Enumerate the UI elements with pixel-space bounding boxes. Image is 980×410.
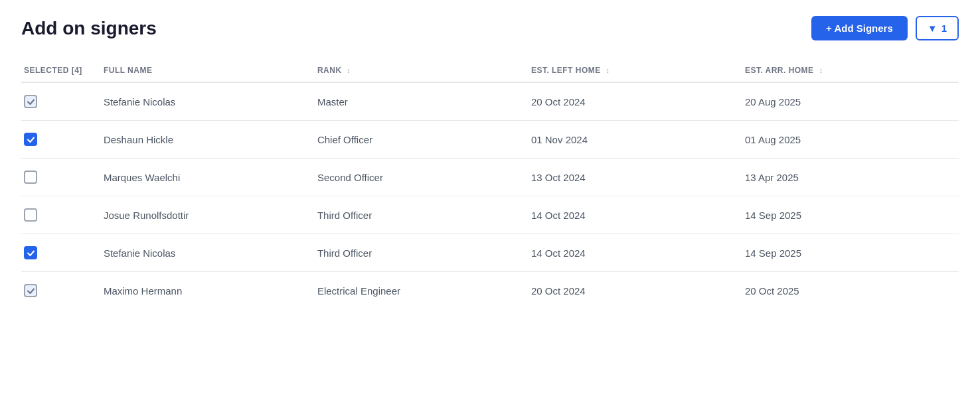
cell-est-left-home: 20 Oct 2024 — [531, 82, 745, 121]
est-arr-home-sort-icon: ↕ — [819, 66, 823, 74]
cell-est-left-home: 13 Oct 2024 — [531, 159, 745, 196]
row-checkbox[interactable] — [24, 246, 37, 259]
page-title: Add on signers — [21, 18, 157, 39]
checkbox-cell — [21, 196, 104, 234]
col-header-est-arr-home[interactable]: EST. ARR. HOME ↕ — [745, 59, 959, 82]
table-row: Stefanie NicolasThird Officer14 Oct 2024… — [21, 234, 959, 272]
cell-est-arr-home: 14 Sep 2025 — [745, 234, 959, 272]
est-left-home-sort-icon: ↕ — [606, 66, 610, 74]
header-actions: + Add Signers ▼ 1 — [811, 16, 959, 40]
row-checkbox[interactable] — [24, 208, 37, 222]
col-header-fullname: FULL NAME — [104, 59, 317, 82]
add-signers-button[interactable]: + Add Signers — [811, 16, 908, 40]
table-row: Josue RunolfsdottirThird Officer14 Oct 2… — [21, 196, 959, 234]
col-header-est-left-home[interactable]: EST. LEFT HOME ↕ — [531, 59, 745, 82]
row-checkbox[interactable] — [24, 284, 37, 297]
cell-est-arr-home: 14 Sep 2025 — [745, 196, 959, 234]
cell-est-arr-home: 20 Aug 2025 — [745, 82, 959, 121]
cell-fullname: Deshaun Hickle — [104, 121, 317, 159]
cell-est-left-home: 14 Oct 2024 — [531, 234, 745, 272]
table-body: Stefanie NicolasMaster20 Oct 202420 Aug … — [21, 82, 959, 309]
row-checkbox[interactable] — [24, 133, 37, 146]
checkbox-cell — [21, 121, 104, 159]
cell-est-left-home: 20 Oct 2024 — [531, 272, 745, 310]
cell-rank: Master — [317, 82, 531, 121]
rank-sort-icon: ↕ — [347, 66, 351, 74]
checkbox-cell — [21, 82, 104, 121]
cell-est-left-home: 14 Oct 2024 — [531, 196, 745, 234]
filter-button[interactable]: ▼ 1 — [916, 16, 959, 40]
cell-est-arr-home: 01 Aug 2025 — [745, 121, 959, 159]
checkbox-cell — [21, 159, 104, 196]
cell-rank: Second Officer — [317, 159, 531, 196]
col-header-selected: SELECTED [4] — [21, 59, 104, 82]
cell-fullname: Josue Runolfsdottir — [104, 196, 317, 234]
checkbox-cell — [21, 272, 104, 310]
checkbox-cell — [21, 234, 104, 272]
cell-est-arr-home: 20 Oct 2025 — [745, 272, 959, 310]
table-header: SELECTED [4] FULL NAME RANK ↕ EST. LEFT … — [21, 59, 959, 82]
signers-table: SELECTED [4] FULL NAME RANK ↕ EST. LEFT … — [21, 59, 959, 309]
row-checkbox[interactable] — [24, 171, 37, 184]
table-row: Marques WaelchiSecond Officer13 Oct 2024… — [21, 159, 959, 196]
cell-fullname: Stefanie Nicolas — [104, 82, 317, 121]
col-header-rank[interactable]: RANK ↕ — [317, 59, 531, 82]
table-row: Deshaun HickleChief Officer01 Nov 202401… — [21, 121, 959, 159]
page-header: Add on signers + Add Signers ▼ 1 — [21, 16, 959, 40]
filter-count: 1 — [941, 23, 947, 34]
cell-rank: Electrical Engineer — [317, 272, 531, 310]
cell-fullname: Marques Waelchi — [104, 159, 317, 196]
row-checkbox[interactable] — [24, 95, 37, 108]
cell-rank: Third Officer — [317, 196, 531, 234]
table-row: Maximo HermannElectrical Engineer20 Oct … — [21, 272, 959, 310]
cell-rank: Chief Officer — [317, 121, 531, 159]
cell-est-arr-home: 13 Apr 2025 — [745, 159, 959, 196]
cell-est-left-home: 01 Nov 2024 — [531, 121, 745, 159]
cell-fullname: Stefanie Nicolas — [104, 234, 317, 272]
table-row: Stefanie NicolasMaster20 Oct 202420 Aug … — [21, 82, 959, 121]
cell-fullname: Maximo Hermann — [104, 272, 317, 310]
cell-rank: Third Officer — [317, 234, 531, 272]
filter-icon: ▼ — [928, 23, 938, 34]
